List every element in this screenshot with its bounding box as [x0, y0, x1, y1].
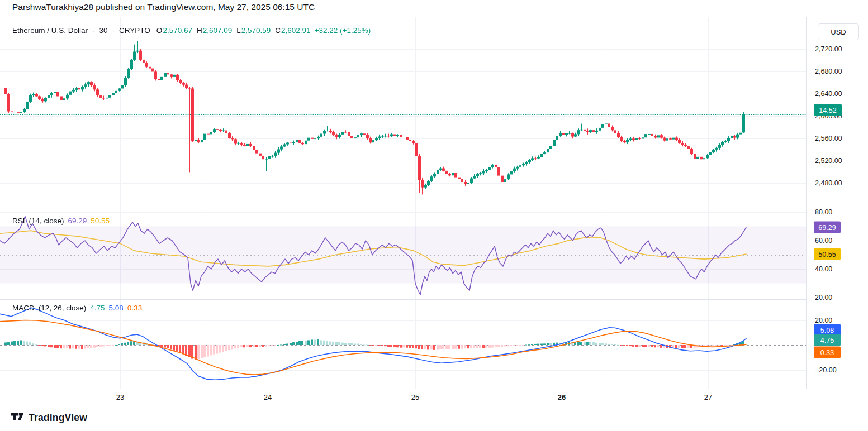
time-tick-label: 26	[558, 393, 566, 401]
tradingview-logo-icon	[11, 413, 24, 424]
time-tick-label: 24	[264, 393, 272, 401]
symbol-title: Ethereum / U.S. Dollar	[12, 26, 88, 35]
symbol-legend: Ethereum / U.S. Dollar · 30 · CRYPTO O2,…	[12, 26, 371, 35]
last-price-countdown-badge: 14:52	[814, 104, 842, 116]
pane-separator[interactable]	[0, 299, 868, 300]
rsi-tick-label: 60.00	[815, 237, 832, 245]
legend-separator: ·	[92, 26, 95, 35]
ohlc-o: O2,570.67	[156, 26, 192, 35]
price-tick-label: 2,520.00	[815, 157, 842, 165]
rsi-name: RSI	[12, 217, 25, 225]
currency-button[interactable]: USD	[818, 23, 859, 40]
rsi-ma-value-badge: 50.55	[814, 248, 841, 260]
macd-signal-badge: 0.33	[814, 347, 841, 358]
pane-separator[interactable]	[0, 212, 868, 212]
macd-signal-value: 0.33	[127, 304, 142, 312]
time-tick-label: 27	[704, 393, 712, 401]
price-axis[interactable]: USD 2,720.002,680.002,640.002,600.002,56…	[806, 17, 868, 389]
symbol-interval: 30	[99, 26, 108, 35]
rsi-tick-label: 40.00	[815, 265, 832, 273]
chart-widget: Ethereum / U.S. Dollar · 30 · CRYPTO O2,…	[0, 17, 868, 406]
rsi-value-badge: 69.29	[814, 222, 841, 233]
rsi-params: (14, close)	[29, 217, 64, 225]
rsi-legend: RSI (14, close) 69.29 50.55	[12, 217, 110, 225]
ohlc-c: C2,602.91	[275, 26, 310, 35]
tradingview-snapshot: ParshwaTurakhiya28 published on TradingV…	[0, 0, 868, 431]
time-tick-label: 25	[411, 393, 419, 401]
price-tick-label: 2,720.00	[815, 45, 842, 53]
macd-line-value: 5.08	[109, 304, 124, 312]
macd-params: (12, 26, close)	[39, 304, 87, 312]
macd-histogram-value: 4.75	[90, 304, 105, 312]
symbol-exchange: CRYPTO	[119, 26, 150, 35]
rsi-tick-label: 20.00	[815, 294, 832, 301]
tradingview-logo[interactable]: TradingView	[11, 412, 87, 424]
legend-separator: ·	[112, 26, 115, 35]
rsi-tick-label: 80.00	[815, 208, 832, 216]
time-axis[interactable]: 2324252627	[0, 389, 868, 406]
price-tick-label: 2,560.00	[815, 135, 842, 142]
chart-canvas[interactable]	[0, 17, 806, 389]
price-tick-label: 2,480.00	[815, 179, 842, 187]
macd-name: MACD	[12, 304, 35, 312]
ohlc-h: H2,607.09	[197, 26, 232, 35]
macd-tick-label: −20.00	[815, 366, 837, 374]
price-tick-label: 2,680.00	[815, 68, 842, 75]
macd-histogram-badge: 4.75	[814, 334, 841, 346]
rsi-value: 69.29	[68, 217, 87, 225]
macd-tick-label: 20.00	[815, 317, 832, 324]
rsi-ma-value: 50.55	[91, 217, 110, 225]
tradingview-logo-text: TradingView	[29, 412, 87, 424]
published-header: ParshwaTurakhiya28 published on TradingV…	[12, 2, 315, 12]
time-tick-label: 23	[116, 393, 124, 401]
ohlc-l: L2,570.59	[236, 26, 271, 35]
ohlc-values: O2,570.67H2,607.09L2,570.59C2,602.91	[156, 26, 311, 35]
price-tick-label: 2,640.00	[815, 90, 842, 98]
macd-legend: MACD (12, 26, close) 4.75 5.08 0.33	[12, 304, 142, 312]
price-change: +32.22 (+1.25%)	[315, 26, 371, 35]
